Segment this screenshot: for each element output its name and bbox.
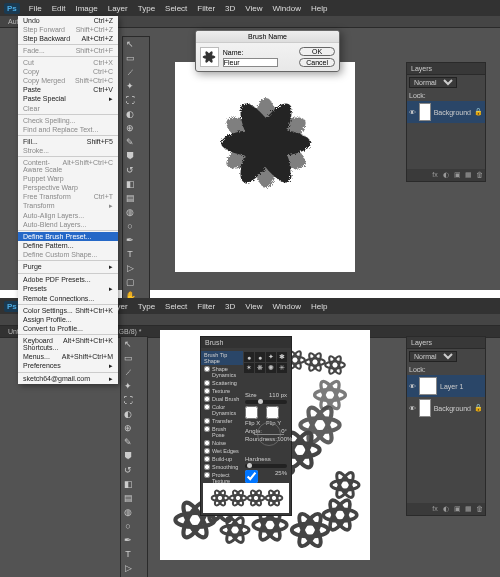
brush-option[interactable]: Scattering	[201, 379, 243, 387]
brush-option[interactable]: Transfer	[201, 417, 243, 425]
flipy-check[interactable]	[266, 406, 279, 419]
menu-item[interactable]: Define Custom Shape...	[18, 250, 118, 259]
wand-tool[interactable]: ✦	[121, 379, 135, 393]
visibility-icon[interactable]: 👁	[409, 383, 416, 390]
menu-item[interactable]: Copy MergedShift+Ctrl+C	[18, 76, 118, 85]
menu-item[interactable]: Puppet Warp	[18, 174, 118, 183]
blur-tool[interactable]: ◍	[121, 505, 135, 519]
menu-item[interactable]: Color Settings...Shift+Ctrl+K	[18, 306, 118, 315]
menu-3d[interactable]: 3D	[220, 4, 240, 13]
type-tool[interactable]: T	[121, 547, 135, 561]
layers-tab[interactable]: Layers	[407, 337, 485, 349]
brush-tab[interactable]: Brush	[201, 337, 291, 348]
menu-item[interactable]: Auto-Blend Layers...	[18, 220, 118, 229]
menu-select[interactable]: Select	[160, 4, 192, 13]
brush-option[interactable]: Smoothing	[201, 463, 243, 471]
layer-background[interactable]: 👁 Background 🔒	[407, 101, 485, 123]
menu-item[interactable]: Define Pattern...	[18, 241, 118, 250]
brush-option[interactable]: Shape Dynamics	[201, 365, 243, 379]
menu-item[interactable]: Define Brush Preset...	[18, 232, 118, 241]
lasso-tool[interactable]: ⟋	[121, 365, 135, 379]
menu-view[interactable]: View	[240, 302, 267, 311]
menu-layer[interactable]: Layer	[103, 4, 133, 13]
trash-icon[interactable]: 🗑	[475, 505, 483, 513]
menu-item[interactable]: CutCtrl+X	[18, 58, 118, 67]
brush-tool[interactable]: ✎	[123, 135, 137, 149]
move-tool[interactable]: ↖	[121, 337, 135, 351]
menu-item[interactable]: Free TransformCtrl+T	[18, 192, 118, 201]
history-brush[interactable]: ↺	[123, 163, 137, 177]
brush-tip[interactable]: ❋	[255, 363, 265, 373]
menu-item[interactable]: Step ForwardShift+Ctrl+Z	[18, 25, 118, 34]
trash-icon[interactable]: 🗑	[475, 171, 483, 179]
menu-window[interactable]: Window	[268, 302, 306, 311]
menu-view[interactable]: View	[240, 4, 267, 13]
menu-item[interactable]: Purge▸	[18, 262, 118, 272]
gradient-tool[interactable]: ▤	[123, 191, 137, 205]
visibility-icon[interactable]: 👁	[409, 405, 416, 412]
menu-help[interactable]: Help	[306, 4, 332, 13]
eraser-tool[interactable]: ◧	[123, 177, 137, 191]
menu-item[interactable]: Find and Replace Text...	[18, 125, 118, 134]
hardness-slider[interactable]	[245, 464, 287, 468]
stamp-tool[interactable]: ⛊	[123, 149, 137, 163]
menu-item[interactable]: Adobe PDF Presets...	[18, 275, 118, 284]
menu-item[interactable]: Auto-Align Layers...	[18, 211, 118, 220]
menu-type[interactable]: Type	[133, 302, 160, 311]
menu-item[interactable]: Paste Special▸	[18, 94, 118, 104]
wand-tool[interactable]: ✦	[123, 79, 137, 93]
size-value[interactable]: 110 px	[269, 392, 287, 398]
menu-file[interactable]: File	[24, 4, 47, 13]
brush-angle-target[interactable]	[257, 422, 281, 446]
name-input[interactable]	[223, 58, 278, 67]
menu-filter[interactable]: Filter	[192, 4, 220, 13]
ok-button[interactable]: OK	[299, 47, 335, 56]
fx-icon[interactable]: fx	[431, 171, 439, 179]
menu-item[interactable]: Remote Connections...	[18, 294, 118, 303]
layers-tab[interactable]: Layers	[407, 63, 485, 75]
pen-tool[interactable]: ✒	[123, 233, 137, 247]
layer-background[interactable]: 👁 Background 🔒	[407, 397, 485, 419]
menu-item[interactable]: sketch64@gmail.com▸	[18, 374, 118, 384]
folder-icon[interactable]: ▣	[453, 505, 461, 513]
menu-item[interactable]: Keyboard Shortcuts...Alt+Shift+Ctrl+K	[18, 336, 118, 352]
menu-item[interactable]: Convert to Profile...	[18, 324, 118, 333]
brush-tip[interactable]: ✶	[244, 363, 254, 373]
menu-filter[interactable]: Filter	[192, 302, 220, 311]
crop-tool[interactable]: ⛶	[121, 393, 135, 407]
dodge-tool[interactable]: ○	[121, 519, 135, 533]
brush-option[interactable]: Build-up	[201, 455, 243, 463]
canvas[interactable]	[175, 62, 355, 272]
menu-item[interactable]: Menus...Alt+Shift+Ctrl+M	[18, 352, 118, 361]
menu-item[interactable]: Clear	[18, 104, 118, 113]
size-slider[interactable]	[245, 400, 287, 404]
brush-tip[interactable]: ●	[255, 352, 265, 362]
type-tool[interactable]: T	[123, 247, 137, 261]
crop-tool[interactable]: ⛶	[123, 93, 137, 107]
brush-option[interactable]: Brush Pose	[201, 425, 243, 439]
flipx-check[interactable]	[245, 406, 258, 419]
menu-item[interactable]: CopyCtrl+C	[18, 67, 118, 76]
eyedropper-tool[interactable]: ◐	[123, 107, 137, 121]
menu-select[interactable]: Select	[160, 302, 192, 311]
dodge-tool[interactable]: ○	[123, 219, 137, 233]
blur-tool[interactable]: ◍	[123, 205, 137, 219]
menu-item[interactable]: Fill...Shift+F5	[18, 137, 118, 146]
stamp-tool[interactable]: ⛊	[121, 449, 135, 463]
spacing-check[interactable]	[245, 470, 258, 483]
marquee-tool[interactable]: ▭	[121, 351, 135, 365]
pen-tool[interactable]: ✒	[121, 533, 135, 547]
cancel-button[interactable]: Cancel	[299, 58, 335, 67]
menu-item[interactable]: PasteCtrl+V	[18, 85, 118, 94]
mask-icon[interactable]: ◐	[442, 171, 450, 179]
menu-item[interactable]: Content-Aware ScaleAlt+Shift+Ctrl+C	[18, 158, 118, 174]
brush-option[interactable]: Texture	[201, 387, 243, 395]
eyedropper-tool[interactable]: ◐	[121, 407, 135, 421]
menu-type[interactable]: Type	[133, 4, 160, 13]
brush-tip[interactable]: ✦	[266, 352, 276, 362]
brush-option[interactable]: Wet Edges	[201, 447, 243, 455]
heal-tool[interactable]: ⊕	[123, 121, 137, 135]
layer-1[interactable]: 👁 Layer 1	[407, 375, 485, 397]
menu-item[interactable]: Transform▸	[18, 201, 118, 211]
menu-item[interactable]: Check Spelling...	[18, 116, 118, 125]
